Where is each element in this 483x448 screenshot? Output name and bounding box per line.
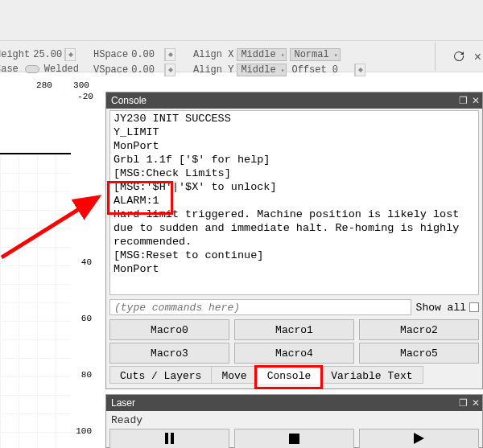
tick-label: 100 bbox=[76, 426, 92, 436]
refresh-icon[interactable] bbox=[452, 50, 465, 63]
alignx-mode-dropdown[interactable]: Normal ▾ bbox=[290, 48, 340, 61]
height-label: Height bbox=[0, 49, 30, 60]
panel-header: Console ❐ ✕ bbox=[106, 92, 482, 109]
chevron-down-icon: ▾ bbox=[281, 51, 285, 59]
pause-button[interactable] bbox=[109, 429, 229, 448]
alignx-label: Align X bbox=[193, 49, 233, 60]
play-button[interactable] bbox=[359, 429, 479, 448]
laser-status: Ready bbox=[111, 414, 142, 426]
console-input[interactable] bbox=[109, 299, 411, 315]
alignx-mode-value: Normal bbox=[294, 49, 328, 60]
tick-label: 60 bbox=[81, 314, 92, 323]
tick-label: 20 bbox=[81, 201, 92, 211]
aligny-dropdown[interactable]: Middle ▾ bbox=[237, 64, 287, 76]
close-icon[interactable]: × bbox=[474, 50, 481, 64]
aligny-label: Align Y bbox=[193, 64, 233, 76]
panel-header: Laser ❐ ✕ bbox=[106, 395, 482, 411]
alignx-dropdown[interactable]: Middle ▾ bbox=[237, 48, 287, 61]
vspace-label: VSpace bbox=[93, 64, 128, 76]
spinner-icon[interactable] bbox=[355, 64, 365, 76]
tick-label: -20 bbox=[77, 92, 93, 101]
hspace-value: 0.00 bbox=[131, 49, 155, 60]
close-icon[interactable]: ✕ bbox=[469, 95, 482, 106]
tab-console[interactable]: Console bbox=[257, 366, 322, 384]
macro4-button[interactable]: Macro4 bbox=[234, 343, 354, 364]
chevron-down-icon: ▾ bbox=[334, 51, 338, 59]
tick-label: 280 bbox=[36, 80, 52, 90]
tab-move[interactable]: Move bbox=[211, 366, 257, 384]
macro0-button[interactable]: Macro0 bbox=[109, 319, 229, 340]
aligny-value: Middle bbox=[241, 64, 275, 76]
tick-label: 80 bbox=[81, 370, 92, 380]
case-field: Case Welded bbox=[0, 64, 79, 75]
height-value: 25.00 bbox=[33, 49, 62, 60]
case-label: Case bbox=[0, 64, 19, 75]
macro2-button[interactable]: Macro2 bbox=[359, 319, 479, 340]
macro5-button[interactable]: Macro5 bbox=[359, 343, 479, 364]
spinner-icon[interactable] bbox=[65, 48, 75, 61]
offset-label: Offset bbox=[291, 64, 326, 76]
detach-icon[interactable]: ❐ bbox=[456, 397, 469, 409]
console-panel: Console ❐ ✕ JY230 INIT SUCCESS Y_LIMIT M… bbox=[105, 92, 483, 389]
stop-icon bbox=[289, 434, 299, 447]
stop-button[interactable] bbox=[234, 429, 354, 448]
offset-value: 0 bbox=[332, 64, 338, 76]
ruler-vertical: 20 40 60 80 100 bbox=[71, 103, 95, 448]
tick-label: 300 bbox=[73, 80, 89, 90]
chevron-down-icon: ▾ bbox=[281, 67, 285, 74]
vspace-value: 0.00 bbox=[131, 64, 155, 76]
laser-panel: Laser ❐ ✕ Ready bbox=[105, 394, 483, 448]
tab-variable-text[interactable]: Variable Text bbox=[320, 366, 423, 384]
welded-label: Welded bbox=[44, 64, 79, 75]
detach-icon[interactable]: ❐ bbox=[456, 95, 469, 106]
tick-label: 40 bbox=[81, 257, 92, 267]
alignx-value: Middle bbox=[241, 49, 275, 60]
show-all-checkbox[interactable]: Show all bbox=[416, 302, 479, 314]
console-output[interactable]: JY230 INIT SUCCESS Y_LIMIT MonPort Grbl … bbox=[109, 110, 479, 295]
spinner-icon[interactable] bbox=[165, 64, 175, 76]
toggle-icon[interactable] bbox=[25, 65, 39, 73]
play-icon bbox=[414, 433, 424, 447]
macro1-button[interactable]: Macro1 bbox=[234, 319, 354, 340]
hspace-field: HSpace 0.00 bbox=[93, 48, 175, 61]
checkbox-icon bbox=[469, 302, 479, 312]
bottom-tabs: Cuts / Layers Move Console Variable Text bbox=[109, 366, 479, 385]
macro3-button[interactable]: Macro3 bbox=[109, 343, 229, 364]
close-icon[interactable]: ✕ bbox=[469, 397, 482, 409]
aligny-field: Align Y Middle ▾ Offset 0 bbox=[193, 64, 365, 76]
height-field: Height 25.00 bbox=[0, 48, 76, 61]
panel-title: Console bbox=[111, 95, 456, 106]
hspace-label: HSpace bbox=[93, 49, 128, 60]
spinner-icon[interactable] bbox=[165, 48, 175, 61]
tab-cuts-layers[interactable]: Cuts / Layers bbox=[109, 366, 212, 384]
pause-icon bbox=[165, 433, 174, 447]
panel-title: Laser bbox=[111, 397, 456, 409]
vspace-field: VSpace 0.00 bbox=[93, 64, 175, 76]
alignx-field: Align X Middle ▾ Normal ▾ bbox=[193, 48, 341, 61]
show-all-label: Show all bbox=[416, 302, 466, 314]
